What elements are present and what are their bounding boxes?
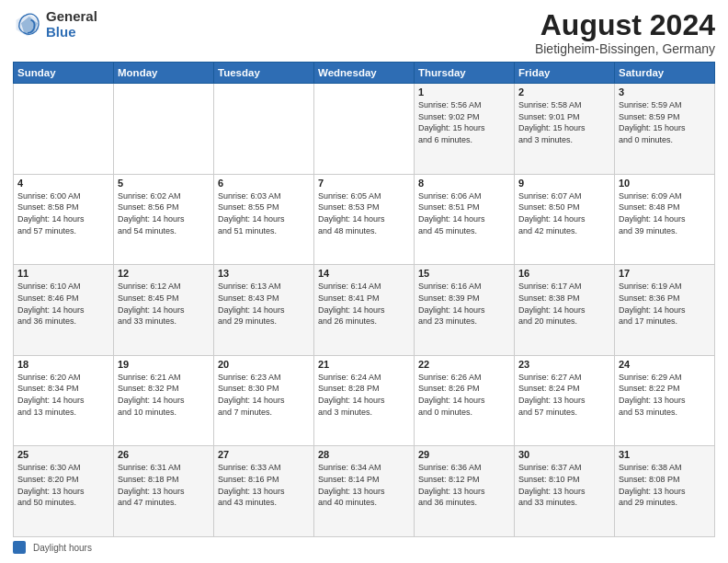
cell-info: Sunrise: 6:33 AMSunset: 8:16 PMDaylight:… xyxy=(218,462,310,508)
cell-info: Sunrise: 6:38 AMSunset: 8:08 PMDaylight:… xyxy=(619,462,711,508)
calendar-cell: 11Sunrise: 6:10 AMSunset: 8:46 PMDayligh… xyxy=(14,265,114,356)
calendar-cell xyxy=(314,84,415,175)
calendar-cell: 28Sunrise: 6:34 AMSunset: 8:14 PMDayligh… xyxy=(314,446,415,537)
calendar-cell: 31Sunrise: 6:38 AMSunset: 8:08 PMDayligh… xyxy=(615,446,715,537)
calendar-cell: 7Sunrise: 6:05 AMSunset: 8:53 PMDaylight… xyxy=(314,174,415,265)
day-number: 8 xyxy=(418,178,510,189)
cell-info: Sunrise: 6:05 AMSunset: 8:53 PMDaylight:… xyxy=(318,190,410,236)
day-number: 14 xyxy=(318,268,410,279)
calendar-table: SundayMondayTuesdayWednesdayThursdayFrid… xyxy=(13,62,715,537)
header-cell-wednesday: Wednesday xyxy=(314,63,415,84)
day-number: 24 xyxy=(619,359,711,370)
footer: Daylight hours xyxy=(13,541,715,554)
day-number: 15 xyxy=(418,268,510,279)
day-number: 7 xyxy=(318,178,410,189)
generalblue-logo-icon xyxy=(13,10,42,40)
header-cell-saturday: Saturday xyxy=(615,63,715,84)
day-number: 12 xyxy=(118,268,210,279)
calendar-cell xyxy=(114,84,214,175)
cell-info: Sunrise: 6:07 AMSunset: 8:50 PMDaylight:… xyxy=(518,190,610,236)
daylight-swatch xyxy=(13,541,26,554)
day-number: 16 xyxy=(518,268,610,279)
calendar-cell: 14Sunrise: 6:14 AMSunset: 8:41 PMDayligh… xyxy=(314,265,415,356)
cell-info: Sunrise: 6:00 AMSunset: 8:58 PMDaylight:… xyxy=(17,190,109,236)
cell-info: Sunrise: 6:29 AMSunset: 8:22 PMDaylight:… xyxy=(619,372,711,418)
calendar-cell: 4Sunrise: 6:00 AMSunset: 8:58 PMDaylight… xyxy=(14,174,114,265)
header-row: SundayMondayTuesdayWednesdayThursdayFrid… xyxy=(14,63,715,84)
cell-info: Sunrise: 6:27 AMSunset: 8:24 PMDaylight:… xyxy=(518,372,610,418)
cell-info: Sunrise: 6:36 AMSunset: 8:12 PMDaylight:… xyxy=(418,462,510,508)
day-number: 13 xyxy=(218,268,310,279)
cell-info: Sunrise: 6:26 AMSunset: 8:26 PMDaylight:… xyxy=(418,372,510,418)
calendar-cell: 26Sunrise: 6:31 AMSunset: 8:18 PMDayligh… xyxy=(114,446,214,537)
footer-label: Daylight hours xyxy=(33,543,92,553)
cell-info: Sunrise: 6:21 AMSunset: 8:32 PMDaylight:… xyxy=(118,372,210,418)
header-cell-monday: Monday xyxy=(114,63,214,84)
logo-text: General Blue xyxy=(46,9,97,40)
calendar-cell: 18Sunrise: 6:20 AMSunset: 8:34 PMDayligh… xyxy=(14,355,114,446)
calendar-row: 1Sunrise: 5:56 AMSunset: 9:02 PMDaylight… xyxy=(14,84,715,175)
header-cell-thursday: Thursday xyxy=(415,63,515,84)
header-cell-tuesday: Tuesday xyxy=(214,63,314,84)
cell-info: Sunrise: 6:14 AMSunset: 8:41 PMDaylight:… xyxy=(318,281,410,327)
cell-info: Sunrise: 6:09 AMSunset: 8:48 PMDaylight:… xyxy=(619,190,711,236)
day-number: 30 xyxy=(518,449,610,460)
cell-info: Sunrise: 6:06 AMSunset: 8:51 PMDaylight:… xyxy=(418,190,510,236)
day-number: 20 xyxy=(218,359,310,370)
calendar-cell: 19Sunrise: 6:21 AMSunset: 8:32 PMDayligh… xyxy=(114,355,214,446)
day-number: 23 xyxy=(518,359,610,370)
calendar-row: 18Sunrise: 6:20 AMSunset: 8:34 PMDayligh… xyxy=(14,355,715,446)
day-number: 29 xyxy=(418,449,510,460)
cell-info: Sunrise: 5:59 AMSunset: 8:59 PMDaylight:… xyxy=(619,99,711,145)
day-number: 5 xyxy=(118,178,210,189)
calendar-body: 1Sunrise: 5:56 AMSunset: 9:02 PMDaylight… xyxy=(14,84,715,537)
day-number: 11 xyxy=(17,268,109,279)
day-number: 31 xyxy=(619,449,711,460)
calendar-cell: 2Sunrise: 5:58 AMSunset: 9:01 PMDaylight… xyxy=(515,84,615,175)
logo-general: General xyxy=(46,9,97,25)
calendar-cell: 16Sunrise: 6:17 AMSunset: 8:38 PMDayligh… xyxy=(515,265,615,356)
page: General Blue August 2024 Bietigheim-Biss… xyxy=(0,0,728,563)
calendar-cell: 12Sunrise: 6:12 AMSunset: 8:45 PMDayligh… xyxy=(114,265,214,356)
day-number: 22 xyxy=(418,359,510,370)
calendar-cell: 21Sunrise: 6:24 AMSunset: 8:28 PMDayligh… xyxy=(314,355,415,446)
day-number: 25 xyxy=(17,449,109,460)
cell-info: Sunrise: 6:30 AMSunset: 8:20 PMDaylight:… xyxy=(17,462,109,508)
calendar-row: 11Sunrise: 6:10 AMSunset: 8:46 PMDayligh… xyxy=(14,265,715,356)
cell-info: Sunrise: 6:03 AMSunset: 8:55 PMDaylight:… xyxy=(218,190,310,236)
calendar-cell: 29Sunrise: 6:36 AMSunset: 8:12 PMDayligh… xyxy=(415,446,515,537)
cell-info: Sunrise: 5:58 AMSunset: 9:01 PMDaylight:… xyxy=(518,99,610,145)
day-number: 10 xyxy=(619,178,711,189)
day-number: 19 xyxy=(118,359,210,370)
calendar-cell: 10Sunrise: 6:09 AMSunset: 8:48 PMDayligh… xyxy=(615,174,715,265)
calendar-cell xyxy=(14,84,114,175)
logo-blue: Blue xyxy=(46,25,97,40)
day-number: 27 xyxy=(218,449,310,460)
cell-info: Sunrise: 6:12 AMSunset: 8:45 PMDaylight:… xyxy=(118,281,210,327)
calendar-cell: 23Sunrise: 6:27 AMSunset: 8:24 PMDayligh… xyxy=(515,355,615,446)
cell-info: Sunrise: 6:31 AMSunset: 8:18 PMDaylight:… xyxy=(118,462,210,508)
calendar-row: 4Sunrise: 6:00 AMSunset: 8:58 PMDaylight… xyxy=(14,174,715,265)
calendar-cell: 27Sunrise: 6:33 AMSunset: 8:16 PMDayligh… xyxy=(214,446,314,537)
cell-info: Sunrise: 6:02 AMSunset: 8:56 PMDaylight:… xyxy=(118,190,210,236)
cell-info: Sunrise: 6:10 AMSunset: 8:46 PMDaylight:… xyxy=(17,281,109,327)
main-title: August 2024 xyxy=(535,9,715,41)
header-cell-sunday: Sunday xyxy=(14,63,114,84)
day-number: 2 xyxy=(518,86,610,98)
header: General Blue August 2024 Bietigheim-Biss… xyxy=(13,9,715,56)
calendar-cell: 1Sunrise: 5:56 AMSunset: 9:02 PMDaylight… xyxy=(415,84,515,175)
day-number: 21 xyxy=(318,359,410,370)
calendar-cell: 13Sunrise: 6:13 AMSunset: 8:43 PMDayligh… xyxy=(214,265,314,356)
calendar-cell: 17Sunrise: 6:19 AMSunset: 8:36 PMDayligh… xyxy=(615,265,715,356)
cell-info: Sunrise: 6:34 AMSunset: 8:14 PMDaylight:… xyxy=(318,462,410,508)
logo: General Blue xyxy=(13,9,97,40)
day-number: 1 xyxy=(418,86,510,98)
day-number: 17 xyxy=(619,268,711,279)
calendar-cell: 3Sunrise: 5:59 AMSunset: 8:59 PMDaylight… xyxy=(615,84,715,175)
calendar-cell: 25Sunrise: 6:30 AMSunset: 8:20 PMDayligh… xyxy=(14,446,114,537)
header-cell-friday: Friday xyxy=(515,63,615,84)
calendar-cell xyxy=(214,84,314,175)
calendar-cell: 15Sunrise: 6:16 AMSunset: 8:39 PMDayligh… xyxy=(415,265,515,356)
day-number: 4 xyxy=(17,178,109,189)
day-number: 3 xyxy=(619,86,711,98)
